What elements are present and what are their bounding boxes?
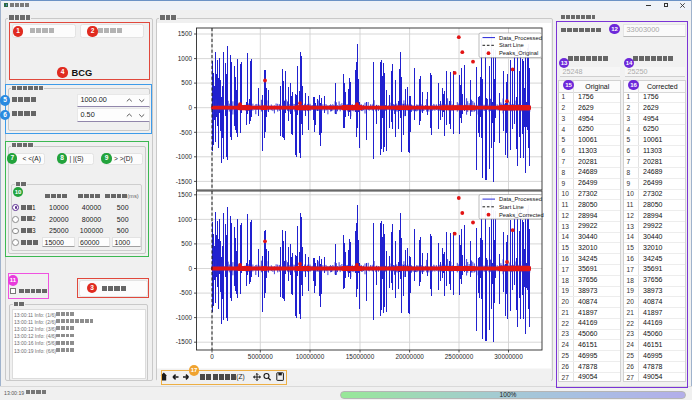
- svg-text:0: 0: [188, 104, 192, 111]
- svg-text:-1000: -1000: [176, 153, 193, 160]
- svg-text:-500: -500: [179, 289, 192, 296]
- svg-text:500: 500: [181, 79, 192, 86]
- svg-text:5000000: 5000000: [248, 353, 273, 360]
- svg-text:1000: 1000: [178, 216, 193, 223]
- svg-text:1500: 1500: [178, 30, 193, 37]
- svg-text:Start Line: Start Line: [499, 42, 524, 48]
- svg-text:Data_Processed: Data_Processed: [499, 196, 542, 202]
- svg-text:15000000: 15000000: [346, 353, 375, 360]
- svg-text:500: 500: [181, 240, 192, 247]
- svg-text:-1500: -1500: [176, 178, 193, 185]
- svg-text:0: 0: [188, 265, 192, 272]
- svg-text:-1000: -1000: [176, 314, 193, 321]
- svg-text:-1500: -1500: [176, 338, 193, 345]
- svg-text:10000000: 10000000: [296, 353, 325, 360]
- svg-text:1500: 1500: [178, 191, 193, 198]
- svg-text:Peaks_Corrected: Peaks_Corrected: [499, 212, 544, 218]
- svg-text:Data_Processed: Data_Processed: [499, 35, 542, 41]
- svg-text:Peaks_Original: Peaks_Original: [499, 50, 538, 56]
- svg-text:0: 0: [210, 353, 214, 360]
- svg-text:-500: -500: [179, 129, 192, 136]
- svg-text:30000000: 30000000: [494, 353, 523, 360]
- svg-text:1000: 1000: [178, 55, 193, 62]
- svg-text:Start Line: Start Line: [499, 204, 524, 210]
- svg-text:25000000: 25000000: [445, 353, 474, 360]
- svg-text:20000000: 20000000: [395, 353, 424, 360]
